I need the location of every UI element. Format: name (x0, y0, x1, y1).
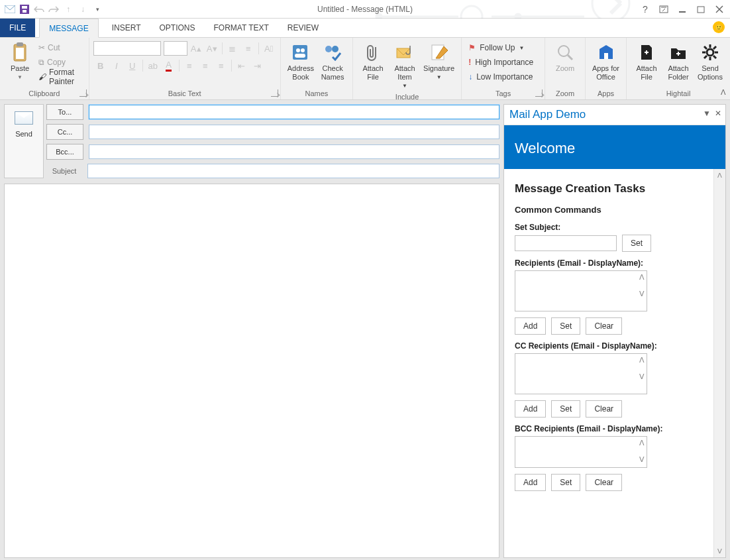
tab-format-text[interactable]: FORMAT TEXT (205, 19, 278, 37)
cc-add-button[interactable]: Add (515, 400, 546, 418)
grow-font-icon[interactable]: A▴ (189, 41, 203, 56)
feedback-smiley-icon[interactable]: 🙂 (713, 21, 725, 33)
next-item-icon[interactable]: ↓ (76, 2, 90, 17)
bullets-icon[interactable]: ≣ (225, 41, 240, 56)
bcc-field[interactable] (89, 144, 499, 159)
spin-up-icon[interactable]: ᐱ (639, 356, 645, 364)
redo-icon[interactable] (46, 2, 61, 17)
dialog-launcher-icon[interactable] (535, 89, 543, 97)
align-center-icon[interactable]: ≡ (198, 58, 213, 73)
follow-up-button[interactable]: ⚑Follow Up▼ (466, 40, 541, 55)
bcc-recipients-textarea[interactable] (515, 436, 647, 468)
group-clipboard: Paste ▼ ✂Cut ⧉Copy 🖌Format Painter Clipb… (0, 38, 89, 99)
paste-button[interactable]: Paste ▼ (4, 39, 36, 84)
cc-set-button[interactable]: Set (551, 400, 580, 418)
clear-formatting-icon[interactable]: A⃠ (262, 41, 276, 56)
cc-clear-button[interactable]: Clear (586, 400, 622, 418)
italic-icon[interactable]: I (109, 58, 124, 73)
task-pane: Mail App Demo ▼ ✕ Welcome Message Creati… (503, 104, 726, 558)
scroll-up-icon[interactable]: ᐱ (717, 172, 722, 179)
message-body[interactable] (4, 184, 499, 558)
tab-message[interactable]: MESSAGE (39, 19, 98, 38)
tab-review[interactable]: REVIEW (278, 19, 328, 37)
bcc-add-button[interactable]: Add (515, 474, 546, 491)
font-size-select[interactable] (164, 41, 187, 56)
spin-up-icon[interactable]: ᐱ (639, 273, 645, 282)
zoom-button[interactable]: Zoom (549, 39, 581, 74)
bcc-button[interactable]: Bcc... (46, 144, 83, 160)
font-family-select[interactable] (93, 41, 161, 56)
svg-line-36 (713, 46, 716, 49)
spin-down-icon[interactable]: ᐯ (639, 455, 645, 464)
spin-up-icon[interactable]: ᐱ (639, 439, 645, 447)
underline-icon[interactable]: U (125, 58, 140, 73)
numbering-icon[interactable]: ≡ (241, 41, 256, 56)
tab-options[interactable]: OPTIONS (150, 19, 205, 37)
to-button[interactable]: To... (46, 104, 83, 120)
send-button[interactable]: Send (4, 104, 44, 178)
close-icon[interactable] (710, 2, 729, 17)
set-subject-button[interactable]: Set (622, 235, 651, 252)
bcc-clear-button[interactable]: Clear (586, 474, 622, 491)
mail-icon[interactable] (3, 2, 17, 17)
dialog-launcher-icon[interactable] (79, 89, 87, 97)
low-importance-button[interactable]: ↓Low Importance (466, 70, 541, 84)
help-icon[interactable]: ? (636, 2, 654, 17)
decrease-indent-icon[interactable]: ⇤ (235, 58, 249, 73)
qat-dropdown-icon[interactable]: ▾ (90, 2, 105, 17)
undo-icon[interactable] (32, 2, 46, 17)
recipients-set-button[interactable]: Set (551, 317, 580, 335)
pane-content: Message Creation Tasks Common Commands S… (504, 169, 713, 557)
align-right-icon[interactable]: ≡ (214, 58, 229, 73)
group-include: Attach File Attach Item▼ Signature▼ Incl… (353, 38, 462, 99)
check-names-button[interactable]: Check Names (317, 39, 348, 83)
pane-title: Mail App Demo (509, 108, 586, 121)
apps-for-office-button[interactable]: Apps for Office (590, 39, 622, 83)
brush-icon: 🖌 (38, 72, 46, 82)
cc-field[interactable] (89, 125, 499, 139)
quick-access-toolbar: ↑ ↓ ▾ (0, 2, 105, 17)
hightail-attach-file-button[interactable]: Attach File (631, 39, 662, 83)
cc-recipients-textarea[interactable] (515, 353, 647, 394)
maximize-icon[interactable] (692, 2, 710, 17)
pane-menu-icon[interactable]: ▼ (703, 109, 711, 118)
font-color-icon[interactable]: A (162, 58, 176, 73)
hightail-send-options-button[interactable]: Send Options (694, 39, 726, 83)
set-subject-input[interactable] (515, 235, 617, 251)
tab-file[interactable]: FILE (0, 19, 35, 37)
align-left-icon[interactable]: ≡ (182, 58, 197, 73)
to-field[interactable] (89, 105, 499, 119)
subject-field[interactable] (87, 164, 499, 178)
scroll-down-icon[interactable]: ᐯ (717, 547, 722, 555)
increase-indent-icon[interactable]: ⇥ (250, 58, 265, 73)
format-painter-button[interactable]: 🖌Format Painter (36, 70, 85, 84)
bcc-set-button[interactable]: Set (551, 474, 580, 491)
pane-close-icon[interactable]: ✕ (715, 109, 721, 118)
recipients-add-button[interactable]: Add (515, 317, 546, 335)
minimize-icon[interactable] (673, 2, 692, 17)
svg-point-21 (332, 46, 339, 52)
spin-down-icon[interactable]: ᐯ (639, 290, 645, 298)
recipients-textarea[interactable] (515, 270, 647, 311)
hightail-attach-folder-button[interactable]: Attach Folder (662, 39, 694, 83)
magnifier-icon (554, 42, 576, 63)
cut-button[interactable]: ✂Cut (36, 40, 85, 55)
tab-insert[interactable]: INSERT (103, 19, 150, 37)
recipients-clear-button[interactable]: Clear (586, 317, 622, 335)
cc-button[interactable]: Cc... (46, 124, 83, 140)
high-importance-button[interactable]: !High Importance (466, 55, 541, 70)
address-book-button[interactable]: Address Book (285, 39, 317, 83)
attach-item-button[interactable]: Attach Item▼ (389, 39, 421, 91)
spin-down-icon[interactable]: ᐯ (639, 372, 645, 381)
highlight-icon[interactable]: ab (146, 58, 160, 73)
previous-item-icon[interactable]: ↑ (61, 2, 76, 17)
signature-button[interactable]: Signature▼ (421, 39, 457, 91)
bold-icon[interactable]: B (93, 58, 108, 73)
pane-scrollbar[interactable]: ᐱ ᐯ (713, 169, 725, 557)
shrink-font-icon[interactable]: A▾ (205, 41, 219, 56)
attach-file-button[interactable]: Attach File (357, 39, 389, 91)
ribbon-display-icon[interactable] (654, 2, 673, 17)
save-icon[interactable] (17, 2, 32, 17)
dialog-launcher-icon[interactable] (271, 89, 278, 97)
collapse-ribbon-icon[interactable]: ᐱ (721, 88, 726, 97)
